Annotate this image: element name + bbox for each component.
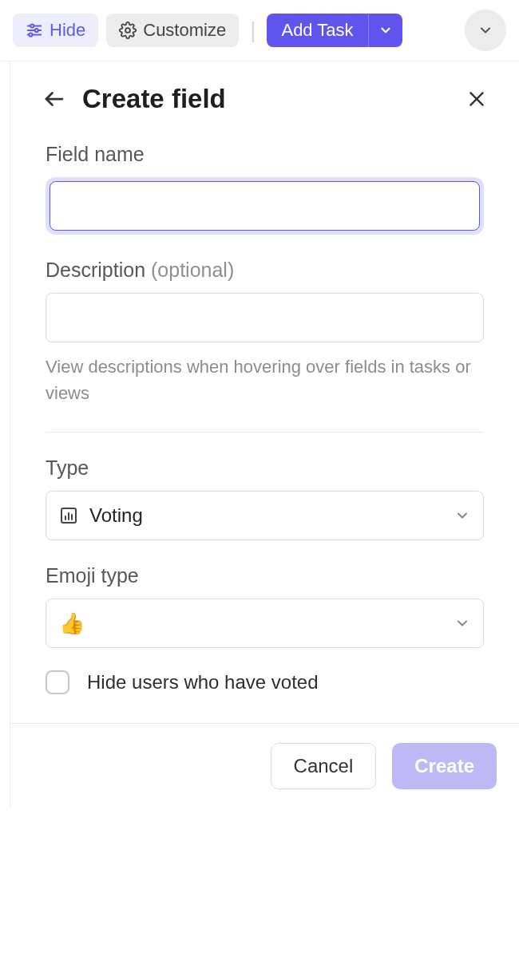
field-name-label: Field name [46, 143, 484, 166]
chevron-down-icon [477, 22, 493, 38]
toolbar: Hide Customize | Add Task [0, 0, 519, 61]
description-helper: View descriptions when hovering over fie… [46, 354, 484, 406]
type-label: Type [46, 456, 484, 480]
add-task-label: Add Task [281, 20, 353, 40]
svg-point-6 [125, 28, 130, 33]
description-label: Description (optional) [46, 259, 484, 282]
create-button[interactable]: Create [392, 743, 497, 789]
more-button[interactable] [465, 10, 506, 51]
voting-icon [59, 506, 78, 525]
hide-users-row: Hide users who have voted [46, 670, 484, 694]
close-icon [466, 89, 487, 109]
toolbar-separator: | [250, 18, 256, 43]
svg-point-1 [30, 24, 34, 27]
description-optional: (optional) [151, 259, 234, 281]
description-label-text: Description [46, 259, 151, 281]
sliders-icon [26, 22, 43, 39]
arrow-left-icon [42, 87, 66, 111]
panel-header: Create field [10, 61, 519, 136]
svg-point-5 [29, 33, 32, 36]
create-field-panel: Create field Field name Description (opt… [10, 61, 519, 808]
cancel-label: Cancel [294, 755, 354, 776]
field-name-input[interactable] [50, 181, 480, 231]
add-task-dropdown-button[interactable] [368, 14, 402, 47]
close-button[interactable] [466, 89, 487, 109]
chevron-down-icon [454, 508, 470, 524]
cancel-button[interactable]: Cancel [271, 743, 377, 789]
section-divider [46, 432, 484, 433]
emoji-type-label: Emoji type [46, 564, 484, 587]
svg-point-3 [35, 29, 38, 32]
field-name-input-wrap [46, 177, 484, 235]
add-task-button[interactable]: Add Task [267, 14, 367, 47]
page-title: Create field [82, 84, 450, 114]
emoji-type-select[interactable]: 👍 [46, 599, 484, 648]
customize-button[interactable]: Customize [106, 14, 239, 47]
description-input[interactable] [46, 293, 484, 342]
customize-label: Customize [143, 20, 226, 41]
chevron-down-icon [378, 23, 393, 38]
create-label: Create [414, 755, 474, 776]
type-value: Voting [89, 504, 454, 527]
back-button[interactable] [42, 87, 66, 111]
form-body: Field name Description (optional) View d… [10, 143, 519, 694]
gear-icon [119, 22, 137, 39]
hide-users-label: Hide users who have voted [87, 671, 319, 694]
chevron-down-icon [454, 615, 470, 631]
add-task-group: Add Task [267, 14, 402, 47]
emoji-type-value: 👍 [59, 611, 454, 636]
hide-button[interactable]: Hide [13, 14, 98, 47]
hide-label: Hide [50, 20, 85, 41]
type-select[interactable]: Voting [46, 491, 484, 540]
hide-users-checkbox[interactable] [46, 670, 69, 694]
panel-footer: Cancel Create [10, 723, 519, 808]
